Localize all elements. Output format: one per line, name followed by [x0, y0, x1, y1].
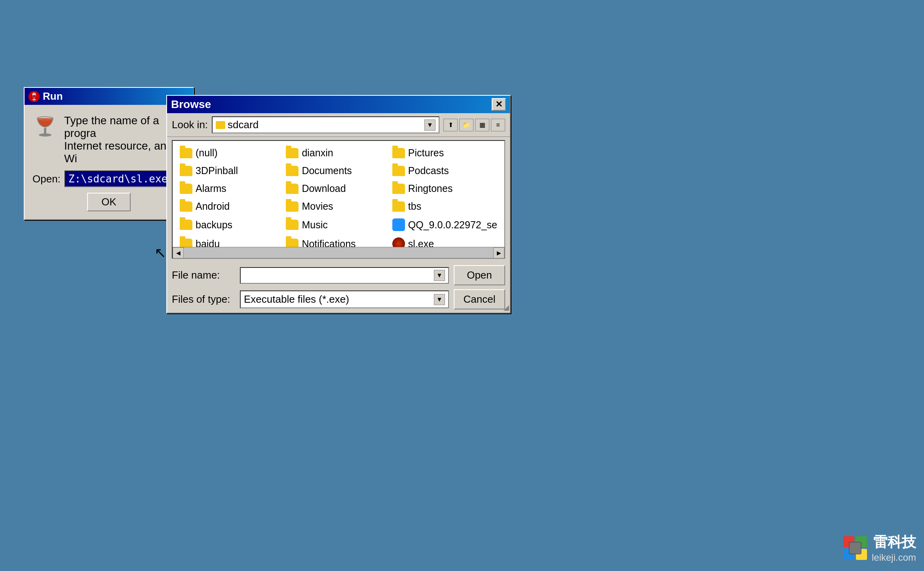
folder-icon	[392, 184, 405, 194]
list-item[interactable]: 3DPinball	[176, 162, 282, 180]
footer-cancel-col: Cancel	[454, 289, 505, 309]
look-in-value: sdcard	[228, 119, 259, 131]
watermark-text: 雷科技 leikeji.com	[872, 533, 916, 563]
wine-glass-large-icon	[32, 114, 58, 140]
scroll-right-button[interactable]: ▶	[493, 247, 504, 258]
files-of-type-row: Files of type: Executable files (*.exe) …	[172, 289, 505, 309]
file-name: 3DPinball	[196, 165, 238, 176]
file-name: QQ_9.0.0.22972_se	[408, 219, 497, 231]
resize-corner[interactable]	[502, 305, 510, 313]
run-open-row: Open:	[32, 171, 185, 187]
file-name: Alarms	[196, 183, 226, 194]
list-item[interactable]: Music	[282, 215, 388, 234]
list-item[interactable]: QQ_9.0.0.22972_se	[388, 215, 501, 234]
list-item[interactable]: Alarms	[176, 180, 282, 197]
folder-icon	[180, 148, 192, 158]
file-name: Movies	[302, 201, 333, 212]
list-item[interactable]: Pictures	[388, 144, 501, 162]
close-icon: ✕	[495, 99, 502, 110]
file-name-input[interactable]: ▼	[240, 267, 449, 284]
file-name: dianxin	[302, 147, 333, 159]
files-of-type-combo[interactable]: Executable files (*.exe) ▼	[240, 290, 449, 308]
browse-toolbar: Look in: sdcard ▼ ⬆ 📁 ▦ ≡	[167, 113, 510, 137]
folder-icon	[180, 166, 192, 176]
file-name: Ringtones	[408, 183, 453, 194]
file-name: (null)	[196, 147, 218, 159]
files-of-type-value: Executable files (*.exe)	[244, 293, 349, 305]
look-in-combo[interactable]: sdcard ▼	[212, 116, 439, 133]
wine-icon: 🍷	[29, 91, 40, 102]
file-name-row: File name: ▼ Open	[172, 265, 505, 285]
list-item[interactable]: tbs	[388, 197, 501, 215]
file-name: Music	[302, 219, 327, 231]
folder-icon	[286, 184, 298, 194]
browse-close-button[interactable]: ✕	[492, 98, 506, 111]
run-ok-button[interactable]: OK	[87, 193, 131, 211]
run-top-row: Type the name of a progra Internet resou…	[32, 114, 185, 165]
folder-icon	[286, 220, 298, 230]
scroll-track[interactable]	[184, 247, 493, 258]
toolbar-up-icon[interactable]: ⬆	[443, 119, 458, 131]
file-name: Podcasts	[408, 165, 449, 176]
list-item[interactable]: dianxin	[282, 144, 388, 162]
horizontal-scrollbar: ◀ ▶	[173, 247, 504, 258]
file-name-dropdown-arrow[interactable]: ▼	[434, 270, 445, 281]
files-of-type-dropdown-arrow[interactable]: ▼	[434, 294, 445, 305]
browse-footer: File name: ▼ Open Files of type: Executa…	[167, 262, 510, 313]
toolbar-detail-icon[interactable]: ≡	[491, 119, 505, 131]
file-grid: (null) dianxin Pictures 3DPinball Docume…	[173, 141, 504, 259]
file-name: Documents	[302, 165, 352, 176]
list-item[interactable]: Android	[176, 197, 282, 215]
scroll-left-button[interactable]: ◀	[173, 247, 184, 258]
list-item[interactable]: Ringtones	[388, 180, 501, 197]
file-name: backups	[196, 219, 232, 231]
watermark-cn: 雷科技	[873, 533, 916, 552]
footer-btn-col: Open	[454, 265, 505, 285]
list-item[interactable]: (null)	[176, 144, 282, 162]
list-item[interactable]: Download	[282, 180, 388, 197]
browse-dialog: Browse ✕ Look in: sdcard ▼ ⬆ 📁 ▦ ≡ (null…	[166, 95, 511, 313]
folder-icon	[180, 184, 192, 194]
folder-icon	[180, 201, 192, 212]
browse-open-button[interactable]: Open	[454, 265, 505, 285]
run-title: Run	[43, 90, 63, 102]
folder-icon	[392, 201, 405, 212]
browse-title: Browse	[171, 98, 211, 111]
look-in-dropdown-arrow[interactable]: ▼	[424, 120, 435, 131]
list-item[interactable]: Documents	[282, 162, 388, 180]
browse-title-bar: Browse ✕	[167, 96, 510, 113]
list-item[interactable]: Podcasts	[388, 162, 501, 180]
folder-icon	[180, 220, 192, 230]
files-of-type-label: Files of type:	[172, 293, 235, 305]
toolbar-icons: ⬆ 📁 ▦ ≡	[443, 119, 505, 131]
file-name-label: File name:	[172, 269, 235, 281]
folder-icon	[286, 201, 298, 212]
toolbar-new-folder-icon[interactable]: 📁	[459, 119, 473, 131]
toolbar-list-icon[interactable]: ▦	[475, 119, 489, 131]
watermark: 雷科技 leikeji.com	[842, 533, 916, 563]
run-open-label: Open:	[32, 173, 61, 185]
folder-icon	[392, 166, 405, 176]
browse-filelist: (null) dianxin Pictures 3DPinball Docume…	[172, 140, 505, 259]
file-name: Android	[196, 201, 230, 212]
look-in-label: Look in:	[172, 119, 208, 131]
folder-small-icon	[216, 121, 225, 129]
browse-cancel-button[interactable]: Cancel	[454, 289, 505, 309]
run-buttons: OK	[32, 193, 185, 211]
svg-rect-8	[850, 543, 861, 554]
list-item[interactable]: backups	[176, 215, 282, 234]
leikeji-logo-icon	[842, 535, 868, 561]
svg-rect-1	[44, 128, 46, 135]
folder-icon	[392, 148, 405, 158]
watermark-en: leikeji.com	[872, 552, 916, 563]
folder-icon	[286, 148, 298, 158]
list-item[interactable]: Movies	[282, 197, 388, 215]
file-name: Download	[302, 183, 346, 194]
file-name: tbs	[408, 201, 421, 212]
folder-icon	[286, 166, 298, 176]
file-name: Pictures	[408, 147, 444, 159]
qq-exe-icon	[392, 218, 405, 231]
